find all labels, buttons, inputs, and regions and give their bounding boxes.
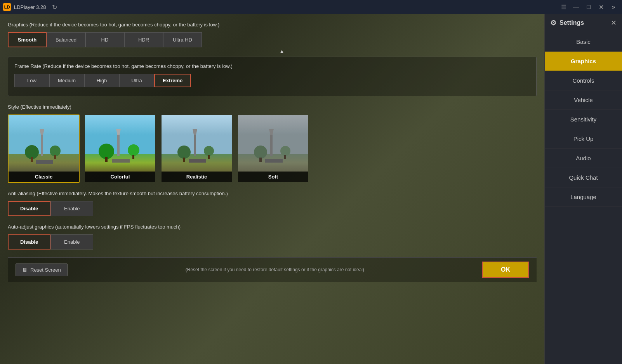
quality-hdr-button[interactable]: HDR (124, 32, 163, 47)
svg-rect-34 (259, 158, 262, 162)
style-soft-image (238, 115, 308, 172)
frame-rate-label: Frame Rate (Reduce if the device becomes… (14, 63, 530, 69)
icon-label: LD (4, 5, 10, 9)
app-name: LDPlayer 3.28 (14, 4, 46, 10)
monitor-icon: 🖥 (22, 267, 27, 273)
auto-adjust-section: Auto-adjust graphics (automatially lower… (8, 224, 537, 250)
bottom-note: (Reset the screen if you need to restore… (68, 267, 482, 272)
bottom-bar: 🖥 Reset Screen (Reset the screen if you … (8, 257, 537, 282)
svg-rect-27 (238, 115, 308, 154)
titlebar-close-button[interactable]: ✕ (596, 3, 606, 11)
auto-adjust-label: Auto-adjust graphics (automatially lower… (8, 224, 537, 230)
settings-gear-icon: ⚙ (550, 19, 556, 27)
sidebar-item-vehicle[interactable]: Vehicle (545, 90, 622, 110)
sidebar-item-controls[interactable]: Controls (545, 71, 622, 90)
framerate-ultra-button[interactable]: Ultra (119, 74, 154, 87)
style-soft-card[interactable]: Soft (237, 114, 309, 183)
reset-screen-button[interactable]: 🖥 Reset Screen (16, 263, 68, 276)
svg-rect-10 (85, 154, 155, 172)
sidebar-item-pickup[interactable]: Pick Up (545, 129, 622, 149)
quality-hd-button[interactable]: HD (85, 32, 124, 47)
settings-content: Graphics (Reduce if the device becomes t… (0, 14, 544, 364)
style-section: Style (Effective immediately) (8, 104, 537, 183)
svg-rect-13 (112, 159, 130, 163)
anti-aliasing-section: Anti-aliasing (Effective immediately. Ma… (8, 191, 537, 216)
framerate-extreme-button[interactable]: Extreme (154, 74, 191, 87)
graphics-quality-buttons: Smooth Balanced HD HDR Ultra HD (8, 32, 537, 47)
frame-rate-section: Frame Rate (Reduce if the device becomes… (8, 57, 537, 96)
framerate-medium-button[interactable]: Medium (49, 74, 84, 87)
svg-rect-29 (270, 135, 273, 156)
svg-rect-7 (31, 157, 33, 162)
sidebar-item-basic[interactable]: Basic (545, 32, 622, 52)
sidebar: ⚙ Settings ✕ Basic Graphics Controls Veh… (544, 14, 622, 364)
svg-point-5 (25, 145, 39, 159)
titlebar-maximize-button[interactable]: □ (583, 3, 594, 11)
selection-arrow: ▲ (27, 48, 537, 54)
svg-point-6 (50, 146, 61, 156)
svg-rect-2 (41, 135, 43, 156)
sidebar-item-sensitivity[interactable]: Sensitivity (545, 110, 622, 129)
anti-aliasing-label: Anti-aliasing (Effective immediately. Ma… (8, 191, 537, 196)
svg-rect-8 (54, 155, 56, 159)
svg-rect-16 (105, 157, 108, 162)
style-label: Style (Effective immediately) (8, 104, 537, 110)
auto-adjust-disable-button[interactable]: Disable (8, 234, 50, 250)
sidebar-title-group: ⚙ Settings (550, 19, 584, 27)
titlebar-minimize-button[interactable]: — (571, 3, 582, 11)
svg-rect-0 (9, 115, 79, 154)
quality-balanced-button[interactable]: Balanced (47, 32, 85, 47)
anti-aliasing-disable-button[interactable]: Disable (8, 201, 50, 216)
style-realistic-card[interactable]: Realistic (161, 114, 233, 183)
style-cards: Classic (8, 114, 537, 183)
svg-rect-19 (162, 154, 232, 172)
style-colorful-label: Colorful (85, 172, 155, 182)
reset-screen-label: Reset Screen (30, 267, 61, 273)
svg-point-24 (204, 146, 214, 156)
sidebar-nav: Basic Graphics Controls Vehicle Sensitiv… (545, 32, 622, 364)
svg-point-33 (280, 146, 290, 156)
style-colorful-card[interactable]: Colorful (84, 114, 156, 183)
auto-adjust-enable-button[interactable]: Enable (50, 234, 93, 250)
titlebar: LD LDPlayer 3.28 ↻ ☰ — □ ✕ » (0, 0, 622, 14)
titlebar-left: LD LDPlayer 3.28 ↻ (3, 3, 60, 11)
svg-point-15 (128, 144, 139, 156)
app-icon: LD (3, 3, 11, 11)
style-classic-card[interactable]: Classic (8, 114, 80, 183)
auto-adjust-buttons: Disable Enable (8, 234, 537, 250)
anti-aliasing-enable-button[interactable]: Enable (50, 201, 93, 216)
style-soft-label: Soft (238, 172, 308, 182)
svg-rect-31 (265, 159, 283, 163)
classic-scene-svg (9, 115, 79, 172)
sidebar-item-quickchat[interactable]: Quick Chat (545, 168, 622, 187)
titlebar-menu-button[interactable]: ☰ (558, 3, 569, 11)
sidebar-item-audio[interactable]: Audio (545, 149, 622, 168)
sidebar-header: ⚙ Settings ✕ (545, 14, 622, 32)
graphics-quality-section: Graphics (Reduce if the device becomes t… (8, 22, 537, 54)
frame-rate-buttons: Low Medium High Ultra Extreme (14, 74, 530, 87)
svg-rect-28 (238, 154, 308, 172)
style-realistic-image (162, 115, 232, 172)
sidebar-item-language[interactable]: Language (545, 187, 622, 207)
framerate-low-button[interactable]: Low (14, 74, 49, 87)
ok-button[interactable]: OK (482, 262, 529, 278)
style-classic-image (9, 115, 79, 172)
style-realistic-label: Realistic (162, 172, 232, 182)
titlebar-controls: ☰ — □ ✕ » (558, 3, 619, 11)
svg-rect-18 (162, 115, 232, 154)
svg-rect-9 (85, 115, 155, 154)
quality-ultrahd-button[interactable]: Ultra HD (163, 32, 202, 47)
svg-point-32 (254, 146, 267, 159)
framerate-high-button[interactable]: High (84, 74, 119, 87)
titlebar-more-button[interactable]: » (608, 3, 619, 11)
svg-rect-22 (189, 159, 206, 163)
titlebar-refresh-button[interactable]: ↻ (49, 3, 60, 11)
colorful-scene-svg (85, 115, 155, 172)
svg-rect-35 (284, 155, 286, 159)
svg-rect-11 (117, 135, 120, 156)
anti-aliasing-buttons: Disable Enable (8, 201, 537, 216)
quality-smooth-button[interactable]: Smooth (8, 32, 47, 47)
sidebar-item-graphics[interactable]: Graphics (545, 52, 622, 71)
sidebar-title-label: Settings (559, 19, 584, 26)
sidebar-close-button[interactable]: ✕ (611, 19, 617, 27)
